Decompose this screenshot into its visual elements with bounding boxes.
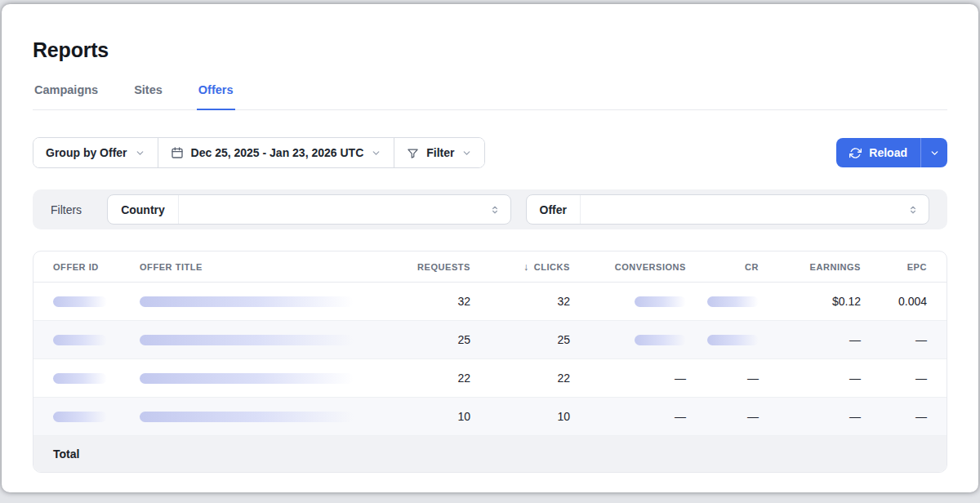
total-label: Total <box>53 447 79 461</box>
chevron-down-icon <box>461 148 472 158</box>
chevron-down-icon <box>929 148 940 158</box>
tab-offers[interactable]: Offers <box>197 83 235 110</box>
filters-bar: Filters Country Offer <box>33 189 947 229</box>
earnings-value: $0.12 <box>759 295 861 308</box>
funnel-icon <box>407 147 419 159</box>
conversions-value: — <box>570 372 686 385</box>
unfold-icon <box>489 204 501 216</box>
table-row: 10 10 — — — — <box>33 398 947 436</box>
toolbar-button-group: Group by Offer Dec 25, 2025 - Jan 23, 20… <box>33 137 485 168</box>
divider <box>178 195 179 224</box>
tab-sites[interactable]: Sites <box>132 83 164 110</box>
earnings-value: — <box>759 410 861 423</box>
cr-redacted <box>686 296 759 307</box>
col-header-earnings[interactable]: EARNINGS <box>759 262 861 272</box>
offer-id-redacted <box>53 412 140 422</box>
requests-value: 32 <box>372 295 470 308</box>
group-by-button[interactable]: Group by Offer <box>33 138 158 167</box>
clicks-value: 25 <box>470 333 570 346</box>
offer-title-redacted <box>140 412 372 422</box>
redacted-pill <box>707 335 759 345</box>
calendar-icon <box>171 146 184 159</box>
redacted-pill <box>53 335 107 345</box>
chevron-down-icon <box>371 148 381 158</box>
filter-button[interactable]: Filter <box>394 138 484 167</box>
divider <box>580 195 581 224</box>
col-header-requests[interactable]: REQUESTS <box>372 262 470 272</box>
redacted-pill <box>53 412 107 422</box>
filters-label: Filters <box>51 203 82 216</box>
sort-desc-icon: ↓ <box>523 261 529 273</box>
table-header-row: OFFER ID OFFER TITLE REQUESTS ↓ CLICKS C… <box>33 252 947 283</box>
offer-id-redacted <box>53 296 140 307</box>
clicks-value: 22 <box>470 372 570 385</box>
unfold-icon <box>907 204 919 216</box>
epc-value: — <box>861 410 927 423</box>
cr-value: — <box>686 410 759 423</box>
country-select[interactable]: Country <box>107 194 510 225</box>
tab-campaigns[interactable]: Campaigns <box>33 83 100 110</box>
refresh-icon <box>849 147 862 159</box>
toolbar: Group by Offer Dec 25, 2025 - Jan 23, 20… <box>33 137 947 168</box>
reload-split-button: Reload <box>836 138 947 167</box>
date-range-label: Dec 25, 2025 - Jan 23, 2026 UTC <box>191 146 364 159</box>
reload-button[interactable]: Reload <box>836 138 920 167</box>
page-title: Reports <box>33 38 947 62</box>
reports-card: Reports Campaigns Sites Offers Group by … <box>2 4 978 492</box>
reload-options-button[interactable] <box>920 138 947 167</box>
redacted-pill <box>635 335 686 345</box>
group-by-label: Group by Offer <box>46 146 127 159</box>
epc-value: — <box>861 333 927 346</box>
conversions-redacted <box>570 335 686 345</box>
col-header-epc[interactable]: EPC <box>861 262 927 272</box>
redacted-pill <box>53 296 107 307</box>
offer-select-label: Offer <box>527 203 580 216</box>
filter-label: Filter <box>426 146 454 159</box>
offer-id-redacted <box>53 373 140 384</box>
col-header-conversions[interactable]: CONVERSIONS <box>570 262 686 272</box>
offer-title-redacted <box>140 335 372 345</box>
requests-value: 10 <box>372 410 470 423</box>
col-header-clicks[interactable]: ↓ CLICKS <box>470 261 570 273</box>
redacted-pill <box>707 296 759 307</box>
conversions-redacted <box>570 296 686 307</box>
cr-value: — <box>686 372 759 385</box>
reload-label: Reload <box>869 146 907 159</box>
table-row: 25 25 — — <box>33 321 947 359</box>
earnings-value: — <box>759 333 861 346</box>
chevron-down-icon <box>135 148 145 158</box>
redacted-pill <box>140 373 354 384</box>
clicks-value: 10 <box>470 410 570 423</box>
redacted-pill <box>140 412 354 422</box>
page: Reports Campaigns Sites Offers Group by … <box>0 0 980 503</box>
offer-title-redacted <box>140 373 372 384</box>
epc-value: — <box>861 372 927 385</box>
offer-select[interactable]: Offer <box>526 194 929 225</box>
redacted-pill <box>635 296 686 307</box>
col-header-cr[interactable]: CR <box>686 262 759 272</box>
earnings-value: — <box>759 372 861 385</box>
epc-value: 0.004 <box>861 295 927 308</box>
requests-value: 25 <box>372 333 470 346</box>
table-row: 22 22 — — — — <box>33 359 947 398</box>
offers-table: OFFER ID OFFER TITLE REQUESTS ↓ CLICKS C… <box>33 251 947 473</box>
col-header-offer-title[interactable]: OFFER TITLE <box>140 262 372 272</box>
col-header-offer-id[interactable]: OFFER ID <box>53 262 140 272</box>
clicks-value: 32 <box>470 295 570 308</box>
table-row: 32 32 $0.12 0.004 <box>33 283 947 321</box>
offer-id-redacted <box>53 335 140 345</box>
redacted-pill <box>53 373 107 384</box>
requests-value: 22 <box>372 372 470 385</box>
date-range-button[interactable]: Dec 25, 2025 - Jan 23, 2026 UTC <box>158 138 395 167</box>
col-header-clicks-label: CLICKS <box>534 262 570 272</box>
country-select-label: Country <box>108 203 178 216</box>
conversions-value: — <box>570 410 686 423</box>
table-total-row: Total <box>33 436 947 472</box>
cr-redacted <box>686 335 759 345</box>
tabs: Campaigns Sites Offers <box>33 83 947 110</box>
offer-title-redacted <box>140 296 372 307</box>
redacted-pill <box>140 296 354 307</box>
redacted-pill <box>140 335 354 345</box>
